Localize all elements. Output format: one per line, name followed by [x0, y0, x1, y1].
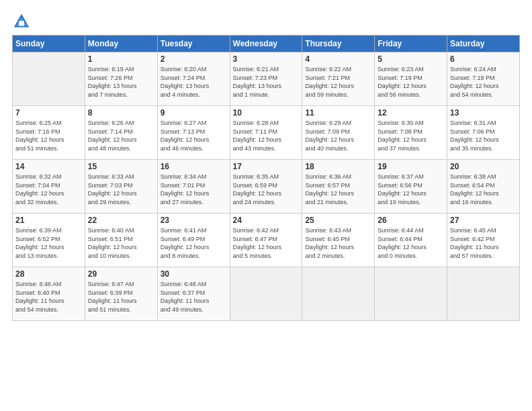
calendar-week-4: 28Sunrise: 6:46 AM Sunset: 6:40 PM Dayli… [13, 267, 520, 321]
day-info: Sunrise: 6:24 AM Sunset: 7:18 PM Dayligh… [450, 65, 517, 99]
day-number: 13 [450, 108, 517, 118]
day-number: 5 [378, 54, 444, 64]
day-number: 21 [15, 216, 82, 225]
calendar-header-tuesday: Tuesday [157, 36, 230, 52]
day-info: Sunrise: 6:21 AM Sunset: 7:23 PM Dayligh… [233, 65, 300, 99]
day-info: Sunrise: 6:32 AM Sunset: 7:04 PM Dayligh… [15, 173, 82, 206]
day-number: 24 [233, 216, 300, 225]
calendar-cell [447, 267, 520, 321]
day-number: 27 [450, 216, 517, 225]
day-info: Sunrise: 6:45 AM Sunset: 6:42 PM Dayligh… [450, 226, 517, 260]
calendar-header-thursday: Thursday [302, 36, 375, 52]
calendar-cell: 7Sunrise: 6:25 AM Sunset: 7:16 PM Daylig… [13, 106, 85, 160]
calendar-cell: 26Sunrise: 6:44 AM Sunset: 6:44 PM Dayli… [375, 214, 447, 267]
calendar-cell: 1Sunrise: 6:19 AM Sunset: 7:26 PM Daylig… [85, 52, 157, 106]
calendar-cell: 27Sunrise: 6:45 AM Sunset: 6:42 PM Dayli… [447, 214, 520, 267]
day-info: Sunrise: 6:36 AM Sunset: 6:57 PM Dayligh… [305, 173, 371, 206]
calendar-header-monday: Monday [85, 36, 157, 52]
day-number: 20 [450, 162, 517, 171]
day-info: Sunrise: 6:46 AM Sunset: 6:40 PM Dayligh… [15, 280, 82, 314]
day-number: 29 [88, 269, 154, 279]
day-info: Sunrise: 6:34 AM Sunset: 7:01 PM Dayligh… [161, 173, 227, 206]
calendar-cell: 5Sunrise: 6:23 AM Sunset: 7:19 PM Daylig… [375, 52, 447, 106]
calendar-cell: 22Sunrise: 6:40 AM Sunset: 6:51 PM Dayli… [85, 214, 157, 267]
calendar-cell: 15Sunrise: 6:33 AM Sunset: 7:03 PM Dayli… [85, 160, 157, 214]
calendar-header-row: SundayMondayTuesdayWednesdayThursdayFrid… [13, 36, 520, 52]
day-info: Sunrise: 6:31 AM Sunset: 7:06 PM Dayligh… [450, 119, 517, 152]
calendar-cell: 4Sunrise: 6:22 AM Sunset: 7:21 PM Daylig… [302, 52, 375, 106]
day-number: 2 [161, 54, 227, 64]
day-info: Sunrise: 6:38 AM Sunset: 6:54 PM Dayligh… [450, 173, 517, 206]
day-number: 7 [15, 108, 82, 118]
page: SundayMondayTuesdayWednesdayThursdayFrid… [0, 0, 532, 411]
day-number: 15 [88, 162, 154, 171]
day-info: Sunrise: 6:43 AM Sunset: 6:45 PM Dayligh… [305, 226, 371, 260]
calendar-cell: 16Sunrise: 6:34 AM Sunset: 7:01 PM Dayli… [157, 160, 230, 214]
day-info: Sunrise: 6:42 AM Sunset: 6:47 PM Dayligh… [233, 226, 300, 260]
calendar-header-saturday: Saturday [447, 36, 520, 52]
day-number: 23 [161, 216, 227, 225]
calendar-cell: 25Sunrise: 6:43 AM Sunset: 6:45 PM Dayli… [302, 214, 375, 267]
calendar-cell: 6Sunrise: 6:24 AM Sunset: 7:18 PM Daylig… [447, 52, 520, 106]
calendar-header-friday: Friday [375, 36, 447, 52]
day-info: Sunrise: 6:48 AM Sunset: 6:37 PM Dayligh… [161, 280, 227, 314]
day-info: Sunrise: 6:27 AM Sunset: 7:13 PM Dayligh… [161, 119, 227, 152]
day-info: Sunrise: 6:19 AM Sunset: 7:26 PM Dayligh… [88, 65, 154, 99]
day-number: 17 [233, 162, 300, 171]
day-info: Sunrise: 6:33 AM Sunset: 7:03 PM Dayligh… [88, 173, 154, 206]
calendar-cell: 10Sunrise: 6:28 AM Sunset: 7:11 PM Dayli… [230, 106, 302, 160]
day-number: 10 [233, 108, 300, 118]
day-number: 16 [161, 162, 227, 171]
calendar-week-2: 14Sunrise: 6:32 AM Sunset: 7:04 PM Dayli… [13, 160, 520, 214]
day-info: Sunrise: 6:44 AM Sunset: 6:44 PM Dayligh… [378, 226, 444, 260]
logo [12, 12, 34, 31]
svg-rect-2 [19, 21, 24, 26]
calendar-cell: 21Sunrise: 6:39 AM Sunset: 6:52 PM Dayli… [13, 214, 85, 267]
day-number: 11 [305, 108, 371, 118]
calendar: SundayMondayTuesdayWednesdayThursdayFrid… [12, 35, 520, 321]
day-info: Sunrise: 6:22 AM Sunset: 7:21 PM Dayligh… [305, 65, 371, 99]
day-number: 1 [88, 54, 154, 64]
calendar-cell: 11Sunrise: 6:29 AM Sunset: 7:09 PM Dayli… [302, 106, 375, 160]
day-info: Sunrise: 6:23 AM Sunset: 7:19 PM Dayligh… [378, 65, 444, 99]
day-number: 22 [88, 216, 154, 225]
calendar-cell: 9Sunrise: 6:27 AM Sunset: 7:13 PM Daylig… [157, 106, 230, 160]
day-info: Sunrise: 6:40 AM Sunset: 6:51 PM Dayligh… [88, 226, 154, 260]
calendar-week-0: 1Sunrise: 6:19 AM Sunset: 7:26 PM Daylig… [13, 52, 520, 106]
day-number: 9 [161, 108, 227, 118]
calendar-cell: 30Sunrise: 6:48 AM Sunset: 6:37 PM Dayli… [157, 267, 230, 321]
calendar-cell: 28Sunrise: 6:46 AM Sunset: 6:40 PM Dayli… [13, 267, 85, 321]
calendar-cell: 29Sunrise: 6:47 AM Sunset: 6:39 PM Dayli… [85, 267, 157, 321]
calendar-cell [375, 267, 447, 321]
calendar-cell [302, 267, 375, 321]
day-info: Sunrise: 6:20 AM Sunset: 7:24 PM Dayligh… [161, 65, 227, 99]
day-info: Sunrise: 6:28 AM Sunset: 7:11 PM Dayligh… [233, 119, 300, 152]
day-number: 26 [378, 216, 444, 225]
calendar-header-sunday: Sunday [13, 36, 85, 52]
day-info: Sunrise: 6:37 AM Sunset: 6:56 PM Dayligh… [378, 173, 444, 206]
calendar-cell: 13Sunrise: 6:31 AM Sunset: 7:06 PM Dayli… [447, 106, 520, 160]
day-info: Sunrise: 6:30 AM Sunset: 7:08 PM Dayligh… [378, 119, 444, 152]
calendar-cell: 17Sunrise: 6:35 AM Sunset: 6:59 PM Dayli… [230, 160, 302, 214]
day-info: Sunrise: 6:26 AM Sunset: 7:14 PM Dayligh… [88, 119, 154, 152]
day-info: Sunrise: 6:47 AM Sunset: 6:39 PM Dayligh… [88, 280, 154, 314]
calendar-cell [230, 267, 302, 321]
logo-icon [12, 12, 31, 31]
calendar-cell: 8Sunrise: 6:26 AM Sunset: 7:14 PM Daylig… [85, 106, 157, 160]
calendar-header-wednesday: Wednesday [230, 36, 302, 52]
calendar-cell: 20Sunrise: 6:38 AM Sunset: 6:54 PM Dayli… [447, 160, 520, 214]
day-number: 30 [161, 269, 227, 279]
calendar-cell: 2Sunrise: 6:20 AM Sunset: 7:24 PM Daylig… [157, 52, 230, 106]
day-info: Sunrise: 6:29 AM Sunset: 7:09 PM Dayligh… [305, 119, 371, 152]
calendar-cell: 3Sunrise: 6:21 AM Sunset: 7:23 PM Daylig… [230, 52, 302, 106]
day-number: 3 [233, 54, 300, 64]
day-info: Sunrise: 6:41 AM Sunset: 6:49 PM Dayligh… [161, 226, 227, 260]
calendar-cell: 18Sunrise: 6:36 AM Sunset: 6:57 PM Dayli… [302, 160, 375, 214]
day-number: 14 [15, 162, 82, 171]
day-number: 19 [378, 162, 444, 171]
day-info: Sunrise: 6:25 AM Sunset: 7:16 PM Dayligh… [15, 119, 82, 152]
day-number: 8 [88, 108, 154, 118]
calendar-cell [13, 52, 85, 106]
calendar-cell: 14Sunrise: 6:32 AM Sunset: 7:04 PM Dayli… [13, 160, 85, 214]
calendar-cell: 12Sunrise: 6:30 AM Sunset: 7:08 PM Dayli… [375, 106, 447, 160]
